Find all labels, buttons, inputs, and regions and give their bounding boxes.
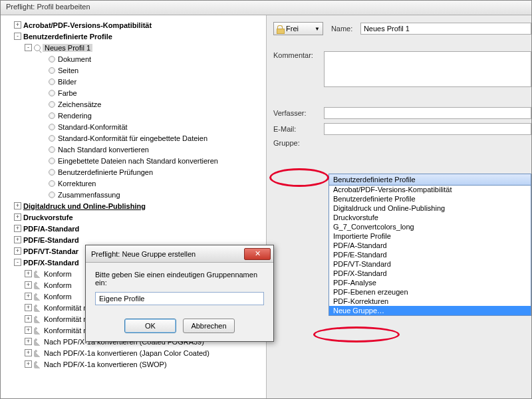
tree-row[interactable]: -Neues Profil 1 [5, 42, 262, 53]
tree-label: Standard-Konformität für eingebettete Da… [58, 134, 207, 142]
tree-label: Bilder [58, 78, 76, 86]
cancel-button[interactable]: Abbrechen [183, 319, 235, 333]
dropdown-item[interactable]: G_7_Convertcolors_long [329, 222, 531, 231]
tree-row[interactable]: +Nach PDF/X-1a konvertieren (SWOP) [5, 358, 262, 370]
tree-row[interactable]: +Druckvorstufe [5, 211, 262, 223]
lock-label: Frei [286, 25, 299, 33]
expand-icon[interactable]: + [14, 247, 21, 255]
tree-row[interactable]: +Acrobat/PDF-Versions-Kompatibilität [5, 19, 262, 31]
expand-icon[interactable]: + [25, 360, 32, 368]
dropdown-item[interactable]: PDF/VT-Standard [329, 259, 531, 269]
expand-icon [39, 168, 47, 176]
tree-label: Benutzerdefinierte Profile [23, 33, 112, 41]
tree-label: Dokument [58, 55, 91, 63]
expand-icon [39, 112, 47, 119]
new-group-dialog: Preflight: Neue Gruppe erstellen ✕ Bitte… [85, 245, 274, 342]
expand-icon[interactable]: + [14, 236, 21, 243]
dropdown-item[interactable]: PDF/E-Standard [329, 250, 531, 259]
tree-row[interactable]: Rendering [5, 110, 262, 121]
expand-icon [39, 146, 47, 153]
expand-icon[interactable]: + [25, 293, 32, 300]
expand-icon[interactable]: + [25, 327, 32, 334]
tree-row[interactable]: Dokument [5, 53, 262, 65]
expand-icon[interactable]: + [25, 338, 32, 345]
expand-icon[interactable]: + [25, 281, 32, 289]
tree-label: Konform [44, 281, 72, 289]
collapse-icon[interactable]: - [14, 259, 21, 266]
collapse-icon[interactable]: - [14, 33, 21, 40]
collapse-icon[interactable]: - [25, 44, 32, 51]
tree-row[interactable]: Nach Standard konvertieren [5, 144, 262, 155]
tree-row[interactable]: Zeichensätze [5, 98, 262, 110]
tree-row[interactable]: -Benutzerdefinierte Profile [5, 31, 262, 42]
tree-label: Konform [44, 293, 72, 301]
close-button[interactable]: ✕ [244, 248, 271, 260]
tree-row[interactable]: Standard-Konformität [5, 121, 262, 132]
verfasser-input[interactable] [324, 107, 531, 119]
email-input[interactable] [324, 123, 531, 135]
expand-icon[interactable]: + [25, 304, 32, 311]
tree-label: PDF/X-Standard [23, 259, 79, 267]
tree-label: PDF/VT-Standar [23, 247, 78, 255]
group-name-input[interactable] [95, 292, 264, 305]
tree-row[interactable]: +Digitaldruck und Online-Publishing [5, 200, 262, 211]
wrench-icon [34, 281, 42, 289]
tree-row[interactable]: Benutzerdefinierte Prüfungen [5, 166, 262, 178]
expand-icon [39, 191, 47, 198]
dropdown-item[interactable]: Druckvorstufe [329, 213, 531, 222]
expand-icon[interactable]: + [14, 225, 21, 232]
tree-label: Nach PDF/X-1a konvertieren (SWOP) [44, 360, 167, 368]
tree-row[interactable]: +PDF/A-Standard [5, 223, 262, 234]
tree-label: Korrekturen [58, 180, 96, 188]
window-title: Preflight: Profil bearbeiten [1, 1, 531, 15]
tree-row[interactable]: Bilder [5, 76, 262, 87]
dropdown-item[interactable]: Acrobat/PDF-Versions-Kompatibilität [329, 185, 531, 194]
expand-icon[interactable]: + [14, 202, 21, 209]
tree-row[interactable]: Eingebettete Dateien nach Standard konve… [5, 155, 262, 166]
email-label: E-Mail: [273, 125, 324, 133]
expand-icon[interactable]: + [25, 315, 32, 323]
tree-row[interactable]: Farbe [5, 87, 262, 98]
tree-row[interactable]: Zusammenfassung [5, 189, 262, 200]
tree-label: Nach PDF/X-1a konvertieren (Japan Color … [44, 349, 209, 357]
tree-label: PDF/E-Standard [23, 236, 79, 244]
dropdown-item[interactable]: PDF-Ebenen erzeugen [329, 287, 531, 297]
name-label: Name: [331, 25, 360, 33]
tree-label: Standard-Konformität [58, 123, 128, 131]
tree-label: Eingebettete Dateien nach Standard konve… [58, 157, 218, 165]
tree-label: Zusammenfassung [58, 191, 120, 199]
tree-label: PDF/A-Standard [23, 225, 79, 233]
dropdown-item[interactable]: PDF/X-Standard [329, 269, 531, 278]
tree-row[interactable]: +PDF/E-Standard [5, 234, 262, 245]
tree-row[interactable]: Standard-Konformität für eingebettete Da… [5, 132, 262, 144]
verfasser-label: Verfasser: [273, 109, 324, 117]
name-input[interactable] [360, 23, 531, 35]
ok-button[interactable]: OK [124, 319, 176, 333]
dropdown-item[interactable]: PDF-Korrekturen [329, 297, 531, 306]
gruppe-selected[interactable]: Benutzerdefinierte Profile [329, 174, 531, 186]
wrench-icon [34, 270, 42, 278]
dropdown-item[interactable]: Digitaldruck und Online-Publishing [329, 203, 531, 213]
dialog-title: Preflight: Neue Gruppe erstellen [91, 250, 244, 258]
tree-row[interactable]: Korrekturen [5, 178, 262, 189]
dropdown-item[interactable]: Benutzerdefinierte Profile [329, 194, 531, 203]
expand-icon[interactable]: + [25, 349, 32, 356]
dropdown-item[interactable]: Importierte Profile [329, 231, 531, 241]
tree-row[interactable]: Seiten [5, 65, 262, 76]
expand-icon[interactable]: + [25, 270, 32, 277]
dropdown-item[interactable]: Neue Gruppe… [329, 306, 531, 315]
kommentar-input[interactable] [324, 51, 531, 87]
bullet-icon [49, 112, 55, 119]
tree-label: Farbe [58, 89, 77, 97]
gruppe-dropdown[interactable]: Benutzerdefinierte Profile Acrobat/PDF-V… [329, 174, 531, 316]
expand-icon[interactable]: + [14, 213, 21, 221]
annotation-circle [269, 168, 329, 187]
expand-icon[interactable]: + [14, 21, 21, 29]
dropdown-item[interactable]: PDF-Analyse [329, 278, 531, 287]
lock-dropdown[interactable]: Frei ▼ [273, 22, 323, 35]
form-panel: Frei ▼ Name: Kommentar: Verfasser: E-Mai… [267, 15, 531, 398]
expand-icon [39, 123, 47, 130]
dropdown-item[interactable]: PDF/A-Standard [329, 241, 531, 250]
tree-row[interactable]: +Nach PDF/X-1a konvertieren (Japan Color… [5, 347, 262, 358]
kommentar-label: Kommentar: [273, 51, 324, 59]
